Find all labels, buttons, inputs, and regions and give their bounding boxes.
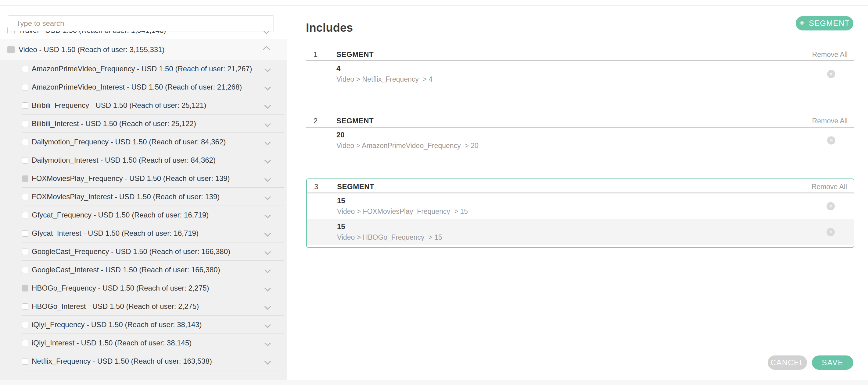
list-item[interactable]: Gfycat_Interest - USD 1.50 (Reach of use… — [0, 224, 287, 242]
chevron-down-icon[interactable] — [265, 175, 271, 181]
chevron-down-icon[interactable] — [265, 66, 271, 72]
list-item-label: Dailymotion_Frequency - USD 1.50 (Reach … — [32, 138, 226, 146]
remove-all-link[interactable]: Remove All — [812, 183, 847, 191]
chevron-down-icon[interactable] — [265, 267, 271, 273]
segment-rows: 15 Video > FOXMoviesPlay_Frequency > 15 … — [307, 194, 854, 245]
list-item[interactable]: Dailymotion_Interest - USD 1.50 (Reach o… — [0, 151, 287, 169]
list-item[interactable]: iQiyi_Frequency - USD 1.50 (Reach of use… — [0, 316, 287, 334]
list-item[interactable]: Netflix_Frequency - USD 1.50 (Reach of u… — [0, 352, 287, 371]
rule-path: Video > HBOGo_Frequency > 15 — [337, 233, 854, 242]
checkbox[interactable] — [7, 46, 14, 53]
chevron-down-icon[interactable] — [265, 248, 271, 255]
list-item[interactable]: Bilibili_Interest - USD 1.50 (Reach of u… — [0, 114, 287, 133]
list-item-label: Netflix_Frequency - USD 1.50 (Reach of u… — [32, 357, 212, 365]
segment-rule-row[interactable]: 15 Video > HBOGo_Frequency > 15 ✕ — [307, 219, 854, 245]
list-item[interactable]: FOXMoviesPlay_Frequency - USD 1.50 (Reac… — [0, 169, 287, 188]
checkbox[interactable] — [22, 212, 28, 218]
list-item-label: Gfycat_Interest - USD 1.50 (Reach of use… — [32, 229, 198, 238]
segment-header: 3 SEGMENT Remove All — [307, 181, 854, 193]
list-item[interactable]: iQiyi_Interest - USD 1.50 (Reach of user… — [0, 334, 287, 352]
checkbox[interactable] — [22, 322, 28, 328]
rule-value: 15 — [337, 222, 854, 231]
checkbox[interactable] — [22, 230, 28, 237]
segment-block: 2 SEGMENT Remove All 20 Video > AmazonPr… — [306, 115, 854, 153]
list-item-label: HBOGo_Frequency - USD 1.50 (Reach of use… — [32, 284, 209, 292]
list-item[interactable]: HBOGo_Interest - USD 1.50 (Reach of user… — [0, 297, 287, 316]
cancel-button[interactable]: CANCEL — [768, 355, 807, 370]
segment-rows: 20 Video > AmazonPrimeVideo_Frequency > … — [306, 128, 854, 153]
checkbox[interactable] — [22, 285, 28, 291]
list-item-label: iQiyi_Interest - USD 1.50 (Reach of user… — [32, 339, 191, 347]
list-item-label: FOXMoviesPlay_Interest - USD 1.50 (Reach… — [32, 193, 220, 201]
chevron-down-icon[interactable] — [265, 102, 271, 108]
chevron-down-icon[interactable] — [265, 212, 271, 218]
list-item[interactable]: Bilibili_Frequency - USD 1.50 (Reach of … — [0, 96, 287, 114]
chevron-down-icon[interactable] — [265, 340, 271, 346]
taxonomy-sidebar: Travel - USD 1.50 (Reach of user: 1,041,… — [0, 5, 287, 380]
list-item[interactable]: GoogleCast_Interest - USD 1.50 (Reach of… — [0, 261, 287, 279]
remove-rule-icon[interactable]: ✕ — [827, 70, 835, 78]
segment-header-label: SEGMENT — [336, 50, 374, 59]
list-item-label: Gfycat_Frequency - USD 1.50 (Reach of us… — [32, 211, 209, 219]
list-item[interactable]: Gfycat_Frequency - USD 1.50 (Reach of us… — [0, 206, 287, 224]
add-segment-button[interactable]: + SEGMENT — [796, 16, 854, 31]
remove-all-link[interactable]: Remove All — [812, 117, 847, 125]
list-item-label: iQiyi_Frequency - USD 1.50 (Reach of use… — [32, 320, 202, 329]
chevron-down-icon[interactable] — [265, 230, 271, 236]
remove-rule-icon[interactable]: ✕ — [827, 228, 835, 236]
checkbox[interactable] — [22, 303, 28, 310]
rule-value: 20 — [336, 131, 854, 139]
segment-rule-row[interactable]: 15 Video > FOXMoviesPlay_Frequency > 15 … — [307, 194, 854, 219]
checkbox[interactable] — [22, 84, 28, 91]
checkbox[interactable] — [22, 157, 28, 164]
checkbox[interactable] — [22, 66, 28, 72]
search-input[interactable] — [8, 15, 274, 31]
checkbox[interactable] — [22, 102, 28, 109]
segment-header-label: SEGMENT — [336, 117, 374, 125]
segment-rule-row[interactable]: 20 Video > AmazonPrimeVideo_Frequency > … — [306, 128, 854, 153]
list-item-video[interactable]: Video - USD 1.50 (Reach of user: 3,155,3… — [0, 39, 287, 60]
list-item[interactable]: Dailymotion_Frequency - USD 1.50 (Reach … — [0, 133, 287, 151]
chevron-down-icon[interactable] — [265, 303, 271, 310]
list-item[interactable]: GoogleCast_Frequency - USD 1.50 (Reach o… — [0, 242, 287, 261]
list-item[interactable]: HBOGo_Frequency - USD 1.50 (Reach of use… — [0, 279, 287, 297]
list-item[interactable]: FOXMoviesPlay_Interest - USD 1.50 (Reach… — [0, 188, 287, 206]
rule-path: Video > FOXMoviesPlay_Frequency > 15 — [337, 207, 854, 216]
list-item-label: Bilibili_Interest - USD 1.50 (Reach of u… — [32, 119, 196, 128]
segment-header-label: SEGMENT — [337, 182, 374, 191]
list-item-label: AmazonPrimeVideo_Interest - USD 1.50 (Re… — [32, 83, 242, 92]
segment-block: 3 SEGMENT Remove All 15 Video > FOXMovie… — [306, 178, 854, 248]
checkbox[interactable] — [22, 358, 28, 364]
chevron-up-icon[interactable] — [262, 46, 270, 53]
save-button[interactable]: SAVE — [812, 355, 854, 370]
chevron-down-icon[interactable] — [265, 157, 271, 163]
rule-value: 15 — [337, 197, 854, 205]
checkbox[interactable] — [22, 120, 28, 127]
remove-all-link[interactable]: Remove All — [812, 50, 847, 59]
checkbox[interactable] — [22, 175, 28, 182]
segment-block: 1 SEGMENT Remove All 4 Video > Netflix_F… — [306, 49, 854, 86]
remove-rule-icon[interactable]: ✕ — [827, 202, 835, 210]
checkbox[interactable] — [22, 194, 28, 200]
chevron-down-icon[interactable] — [265, 120, 271, 127]
page-title: Includes — [306, 21, 353, 34]
chevron-down-icon[interactable] — [265, 139, 271, 145]
remove-rule-icon[interactable]: ✕ — [827, 136, 835, 144]
rule-path: Video > AmazonPrimeVideo_Frequency > 20 — [336, 142, 854, 150]
segment-header: 1 SEGMENT Remove All — [306, 49, 854, 60]
checkbox[interactable] — [22, 340, 28, 346]
chevron-down-icon[interactable] — [265, 194, 271, 200]
checkbox[interactable] — [22, 267, 28, 273]
list-item[interactable]: AmazonPrimeVideo_Frequency - USD 1.50 (R… — [0, 60, 287, 78]
chevron-down-icon[interactable] — [265, 358, 271, 364]
checkbox[interactable] — [22, 249, 28, 255]
chevron-down-icon[interactable] — [265, 321, 271, 328]
list-item[interactable]: AmazonPrimeVideo_Interest - USD 1.50 (Re… — [0, 78, 287, 96]
checkbox[interactable] — [22, 139, 28, 145]
segment-rows: 4 Video > Netflix_Frequency > 4 ✕ — [306, 61, 854, 86]
list-item-label: AmazonPrimeVideo_Frequency - USD 1.50 (R… — [32, 65, 252, 73]
chevron-down-icon[interactable] — [265, 285, 271, 291]
chevron-down-icon[interactable] — [265, 84, 271, 90]
list-item-label: Dailymotion_Interest - USD 1.50 (Reach o… — [32, 156, 216, 165]
segment-rule-row[interactable]: 4 Video > Netflix_Frequency > 4 ✕ — [306, 61, 854, 86]
